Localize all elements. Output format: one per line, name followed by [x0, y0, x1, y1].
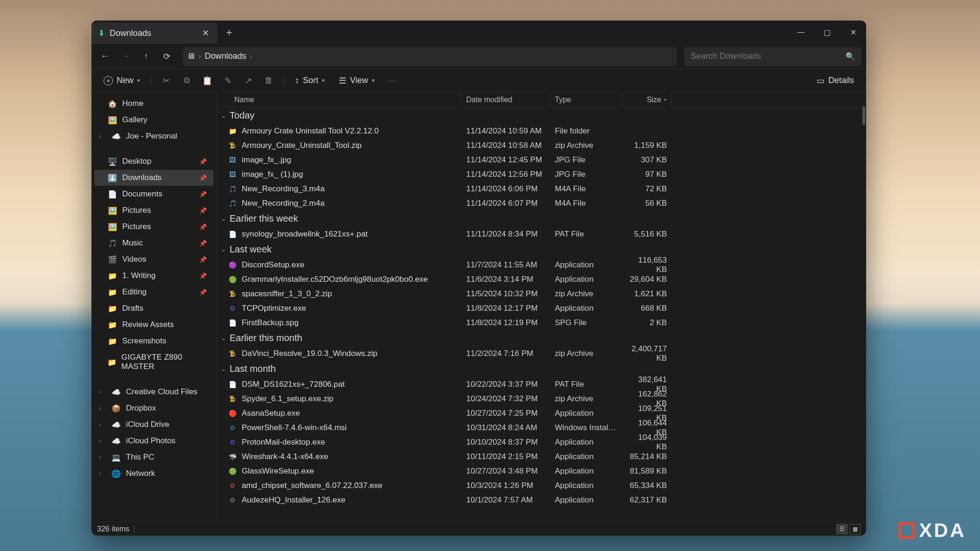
sidebar-item-screenshots[interactable]: 📁Screenshots [94, 333, 213, 349]
file-row[interactable]: 🖼image_fx_ (1).jpg11/14/2024 12:56 PMJPG… [217, 167, 866, 181]
cut-button[interactable]: ✂ [157, 72, 175, 90]
new-button[interactable]: +New▾ [98, 72, 146, 89]
maximize-button[interactable]: ▢ [814, 21, 840, 44]
sidebar-item-downloads[interactable]: ⬇️Downloads📌 [94, 170, 213, 186]
file-date: 11/5/2024 10:32 PM [462, 289, 550, 299]
sidebar-item-desktop[interactable]: 🖥️Desktop📌 [94, 153, 213, 169]
file-row[interactable]: ⚙PowerShell-7.4.6-win-x64.msi10/31/2024 … [217, 420, 866, 435]
file-row[interactable]: ⚙amd_chipset_software_6.07.22.037.exe10/… [217, 478, 866, 493]
file-date: 11/14/2024 6:07 PM [462, 199, 550, 208]
close-tab-icon[interactable]: ✕ [200, 26, 211, 40]
sort-button[interactable]: ↕ Sort▾ [289, 72, 330, 89]
details-pane-button[interactable]: ▭ Details [811, 72, 860, 90]
sidebar-item-pictures[interactable]: 🖼️Pictures📌 [94, 202, 213, 218]
new-tab-button[interactable]: ＋ [217, 21, 241, 44]
file-row[interactable]: 📁Armoury Crate Uninstall Tool V2.2.12.01… [217, 124, 866, 138]
col-size[interactable]: Size▾ [623, 92, 672, 107]
sidebar-item-creative-cloud-files[interactable]: ›☁️Creative Cloud Files [94, 384, 213, 400]
forward-button[interactable]: → [117, 48, 134, 65]
details-view-toggle[interactable]: ☰ [836, 524, 847, 534]
body: 🏠Home🖼️Gallery›☁️Joe - Personal🖥️Desktop… [91, 92, 866, 522]
sidebar-item-videos[interactable]: 🎬Videos📌 [94, 251, 213, 267]
group-header[interactable]: ⌄Last week [217, 241, 866, 258]
pin-icon: 📌 [199, 256, 207, 263]
col-name[interactable]: Name [217, 92, 462, 107]
file-name: TCPOptimizer.exe [242, 304, 306, 313]
sidebar-item-dropbox[interactable]: ›📦Dropbox [94, 400, 213, 416]
file-row[interactable]: 📄synology_broadwellnk_1621xs+.pat11/11/2… [217, 227, 866, 241]
paste-button[interactable]: 📋 [198, 72, 216, 90]
file-row[interactable]: 🟣DiscordSetup.exe11/7/2024 11:55 AMAppli… [217, 258, 866, 272]
breadcrumb[interactable]: 🖥 › Downloads › [183, 47, 677, 66]
file-name: DiscordSetup.exe [242, 260, 304, 270]
file-row[interactable]: 🟢GlassWireSetup.exe10/27/2024 3:48 PMApp… [217, 464, 866, 478]
file-row[interactable]: 📄FirstBackup.spg11/8/2024 12:19 PMSPG Fi… [217, 315, 866, 330]
chevron-right-icon[interactable]: › [250, 53, 252, 60]
sidebar-item-1-writing[interactable]: 📁1. Writing📌 [94, 268, 213, 284]
breadcrumb-segment[interactable]: Downloads [205, 51, 246, 61]
group-header[interactable]: ⌄Today [217, 107, 866, 124]
file-row[interactable]: 🟢GrammarlyInstaller.c52DOzb6mljg98uot2pk… [217, 272, 866, 286]
up-button[interactable]: ↑ [137, 48, 155, 65]
minimize-button[interactable]: — [788, 21, 814, 44]
close-window-button[interactable]: ✕ [840, 21, 866, 44]
file-row[interactable]: ⚙TCPOptimizer.exe11/8/2024 12:17 PMAppli… [217, 301, 866, 315]
col-date[interactable]: Date modified [462, 92, 550, 107]
file-type: M4A File [550, 184, 623, 194]
address-bar: ← → ↑ ⟳ 🖥 › Downloads › 🔍 [91, 44, 866, 69]
group-header[interactable]: ⌄Last month [217, 361, 866, 377]
tab-downloads[interactable]: ⬇ Downloads ✕ [91, 22, 217, 44]
group-header[interactable]: ⌄Earlier this week [217, 210, 866, 227]
share-button[interactable]: ↗ [239, 72, 257, 90]
more-button[interactable]: ⋯ [383, 72, 401, 90]
sidebar-item-editing[interactable]: 📁Editing📌 [94, 284, 213, 300]
search-icon[interactable]: 🔍 [846, 52, 855, 61]
file-row[interactable]: 🔴AsanaSetup.exe10/27/2024 7:25 PMApplica… [217, 406, 866, 420]
sidebar-item-icloud-photos[interactable]: ›☁️iCloud Photos [94, 433, 213, 449]
file-row[interactable]: 🗜spacesniffer_1_3_0_2.zip11/5/2024 10:32… [217, 286, 866, 301]
column-headers: Name Date modified Type Size▾ [217, 92, 866, 107]
file-date: 10/11/2024 2:15 PM [462, 452, 550, 461]
copy-button[interactable]: ⧉ [178, 72, 196, 89]
search-box[interactable]: 🔍 [684, 47, 861, 66]
sidebar-item-gallery[interactable]: 🖼️Gallery [94, 112, 213, 128]
file-icon: 🖼 [228, 155, 237, 165]
delete-button[interactable]: 🗑 [260, 72, 278, 89]
folder-icon: 📁 [107, 304, 118, 313]
sidebar-item-music[interactable]: 🎵Music📌 [94, 235, 213, 251]
file-icon: 🦈 [228, 452, 237, 461]
file-row[interactable]: 🖼image_fx_.jpg11/14/2024 12:45 PMJPG Fil… [217, 153, 866, 167]
file-row[interactable]: 🦈Wireshark-4.4.1-x64.exe10/11/2024 2:15 … [217, 449, 866, 464]
scrollbar[interactable] [862, 106, 865, 125]
sidebar-item-home[interactable]: 🏠Home [94, 96, 213, 112]
file-row[interactable]: 🗜DaVinci_Resolve_19.0.3_Windows.zip11/2/… [217, 346, 866, 361]
sidebar-item-this-pc[interactable]: ›💻This PC [94, 449, 213, 465]
sidebar-item-pictures[interactable]: 🖼️Pictures📌 [94, 219, 213, 235]
file-date: 11/8/2024 12:17 PM [462, 304, 550, 313]
thumb-view-toggle[interactable]: ▦ [849, 524, 861, 534]
rename-button[interactable]: ✎ [219, 72, 237, 90]
col-type[interactable]: Type [550, 92, 623, 107]
view-button[interactable]: ☰ View▾ [333, 72, 380, 90]
sidebar-item-drafts[interactable]: 📁Drafts [94, 300, 213, 316]
back-button[interactable]: ← [96, 48, 114, 65]
sidebar-item-icloud-drive[interactable]: ›☁️iCloud Drive [94, 417, 213, 432]
file-row[interactable]: 🗜Armoury_Crate_Uninstall_Tool.zip11/14/2… [217, 138, 866, 153]
refresh-button[interactable]: ⟳ [158, 48, 175, 65]
group-header[interactable]: ⌄Earlier this month [217, 330, 866, 346]
file-row[interactable]: 🎵New_Recording_2.m4a11/14/2024 6:07 PMM4… [217, 196, 866, 210]
file-row[interactable]: ⚙AudezeHQ_Installer_126.exe10/1/2024 7:5… [217, 493, 866, 507]
sidebar-item-gigabyte-z890-master[interactable]: 📁GIGABYTE Z890 MASTER [94, 349, 213, 375]
sidebar-item-network[interactable]: ›🌐Network [94, 466, 213, 481]
file-icon: 📄 [228, 318, 237, 328]
file-row[interactable]: 🎵New_Recording_3.m4a11/14/2024 6:06 PMM4… [217, 181, 866, 196]
file-row[interactable]: 🗜Spyder_6.1_setup.exe.zip10/24/2024 7:32… [217, 391, 866, 406]
file-date: 11/6/2024 3:14 PM [462, 275, 550, 284]
file-row[interactable]: 📄DSM_DS1621xs+_72806.pat10/22/2024 3:37 … [217, 377, 866, 391]
sidebar-label: Network [126, 469, 155, 478]
sidebar-item-documents[interactable]: 📄Documents📌 [94, 186, 213, 202]
sidebar-item-joe-personal[interactable]: ›☁️Joe - Personal [94, 128, 213, 144]
sidebar-item-review-assets[interactable]: 📁Review Assets [94, 317, 213, 333]
file-row[interactable]: ⚙ProtonMail-desktop.exe10/10/2024 8:37 P… [217, 435, 866, 449]
search-input[interactable] [691, 51, 846, 61]
